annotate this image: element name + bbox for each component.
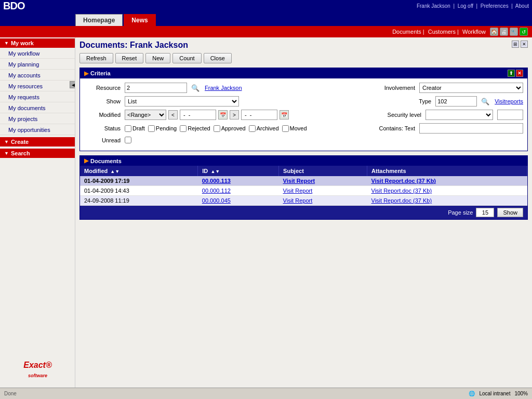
sidebar-item-myopportunities[interactable]: My opportunities: [0, 125, 75, 135]
status-rejected[interactable]: Rejected: [180, 125, 210, 132]
resource-input[interactable]: [125, 83, 187, 93]
banner-documents-link[interactable]: Documents: [392, 29, 421, 35]
count-button[interactable]: Count: [172, 53, 201, 63]
docs-section: ▶ Documents Modified ▲▼ ID ▲▼ Subject At…: [79, 155, 528, 220]
sidebar-section-search-header[interactable]: ▼Search: [0, 149, 75, 158]
resize-icon-2[interactable]: ✕: [521, 41, 528, 48]
refresh-button[interactable]: Refresh: [79, 53, 113, 63]
sidebar-item-myworkflow[interactable]: My workflow: [0, 49, 75, 59]
sidebar-section-myplanning: My planning: [0, 60, 75, 70]
criteria-header[interactable]: ▶Criteria ⬆ ✕: [80, 68, 527, 78]
sidebar-section-myrequests: My requests: [0, 92, 75, 102]
logoff-link[interactable]: Log off: [458, 3, 473, 9]
sidebar-item-myplanning[interactable]: My planning: [0, 60, 75, 70]
status-draft[interactable]: Draft: [125, 125, 145, 132]
resource-label: Resource: [84, 85, 121, 91]
type-label: Type: [384, 98, 431, 104]
sidebar-item-mydocuments[interactable]: My documents: [0, 103, 75, 113]
unread-label: Unread: [84, 137, 121, 143]
status-approved[interactable]: Approved: [214, 125, 246, 132]
type-input[interactable]: [435, 96, 477, 107]
col-id[interactable]: ID ▲▼: [198, 166, 279, 176]
criteria-body: Resource 🔍 Frank Jackson Involvement Cre…: [80, 78, 527, 151]
status-pending[interactable]: Pending: [148, 125, 177, 132]
visitreports-link[interactable]: Visitreports: [495, 98, 523, 104]
cell-attachment[interactable]: Visit Report.doc (37 Kb): [367, 176, 527, 186]
col-attachments: Attachments: [367, 166, 527, 176]
new-button[interactable]: New: [145, 53, 170, 63]
sidebar-section-myaccounts: My accounts: [0, 71, 75, 81]
col-modified[interactable]: Modified ▲▼: [80, 166, 198, 176]
cell-subject[interactable]: Visit Report: [279, 186, 367, 196]
banner-icon-home[interactable]: 🏠: [490, 28, 498, 36]
involvement-label: Involvement: [368, 85, 415, 91]
date-to-input[interactable]: [241, 110, 277, 120]
banner-workflow-link[interactable]: Workflow: [462, 29, 486, 35]
range-lt-btn[interactable]: <: [168, 110, 178, 119]
tab-news[interactable]: News: [124, 14, 155, 26]
show-label: Show: [84, 98, 121, 104]
cell-id[interactable]: 00.000.113: [198, 176, 279, 186]
cell-subject[interactable]: Visit Report: [279, 196, 367, 206]
status-checkboxes: Draft Pending Rejected Approved Archived…: [125, 125, 307, 132]
unread-checkbox[interactable]: [125, 137, 131, 143]
sidebar-item-myprojects[interactable]: My projects: [0, 114, 75, 124]
resource-link[interactable]: Frank Jackson: [205, 85, 242, 91]
show-page-button[interactable]: Show: [497, 208, 523, 217]
contains-label: Contains: Text: [368, 125, 415, 131]
status-moved[interactable]: Moved: [282, 125, 307, 132]
cell-attachment[interactable]: Visit Report.doc (37 Kb): [367, 186, 527, 196]
statusbar: Done 🌐 Local intranet 100%: [0, 388, 532, 399]
close-button[interactable]: Close: [204, 53, 232, 63]
cell-modified: 24-09-2008 11:19: [80, 196, 198, 206]
banner-icon-tools[interactable]: 🔧: [510, 28, 518, 36]
show-select[interactable]: List Detail: [125, 96, 239, 107]
sidebar-section-create-header[interactable]: ▼Create: [0, 137, 75, 147]
calendar-to-btn[interactable]: 📅: [280, 110, 289, 119]
date-from-input[interactable]: [180, 110, 216, 120]
toolbar: Refresh Reset New Count Close: [79, 53, 528, 63]
banner-icon-print[interactable]: 🖨: [500, 28, 508, 36]
sidebar-item-myrequests[interactable]: My requests: [0, 92, 75, 102]
sidebar-item-myresources[interactable]: My resources: [0, 82, 75, 91]
security-extra-input[interactable]: [497, 110, 523, 120]
exact-logo: Exact® software: [23, 361, 52, 379]
sidebar-item-myaccounts[interactable]: My accounts: [0, 71, 75, 81]
sidebar-section-mywork-header[interactable]: ▼My work: [0, 38, 75, 48]
cell-subject[interactable]: Visit Report: [279, 176, 367, 186]
resize-icon-1[interactable]: ⊞: [512, 41, 519, 48]
range-select[interactable]: <Range>: [125, 110, 166, 120]
page-size-label: Page size: [448, 209, 473, 216]
cell-attachment[interactable]: Visit Report.doc (37 Kb): [367, 196, 527, 206]
involvement-select[interactable]: Creator Involved: [419, 83, 523, 93]
criteria-icon-2[interactable]: ✕: [516, 70, 523, 77]
search-icon[interactable]: 🔍: [191, 84, 200, 92]
contains-input[interactable]: [419, 123, 523, 134]
zone-icon: 🌐: [469, 391, 475, 396]
pagination: Page size Show: [80, 206, 527, 219]
cell-id[interactable]: 00.000.112: [198, 186, 279, 196]
visitreports-search-icon[interactable]: 🔍: [481, 98, 489, 105]
preferences-link[interactable]: Preferences: [481, 3, 509, 9]
about-link[interactable]: About: [515, 3, 529, 9]
status-archived[interactable]: Archived: [249, 125, 279, 132]
banner-customers-link[interactable]: Customers: [428, 29, 456, 35]
criteria-icon-1[interactable]: ⬆: [508, 70, 515, 77]
table-row: 24-09-2008 11:19 00.000.045 Visit Report…: [80, 196, 527, 206]
criteria-section: ▶Criteria ⬆ ✕ Resource 🔍 Frank Jackson I…: [79, 68, 528, 151]
sidebar-collapse-btn[interactable]: ◄: [70, 81, 75, 88]
sidebar-section-myresources: My resources: [0, 82, 75, 91]
cell-id[interactable]: 00.000.045: [198, 196, 279, 206]
criteria-row-modified: Modified <Range> < 📅 > 📅 Security level: [84, 110, 523, 120]
banner-icon-refresh[interactable]: ↺: [520, 28, 528, 36]
sidebar-section-myopportunities: My opportunities: [0, 125, 75, 135]
tab-homepage[interactable]: Homepage: [75, 14, 123, 26]
navtabs: Homepage News: [0, 11, 532, 26]
security-select[interactable]: [425, 110, 493, 120]
reset-button[interactable]: Reset: [115, 53, 144, 63]
red-banner: Documents | Customers | Workflow 🏠 🖨 🔧 ↺: [0, 26, 532, 37]
calendar-from-btn[interactable]: 📅: [218, 110, 228, 119]
table-row: 01-04-2009 14:43 00.000.112 Visit Report…: [80, 186, 527, 196]
page-size-input[interactable]: [476, 208, 494, 217]
range-gt-btn[interactable]: >: [230, 110, 239, 119]
